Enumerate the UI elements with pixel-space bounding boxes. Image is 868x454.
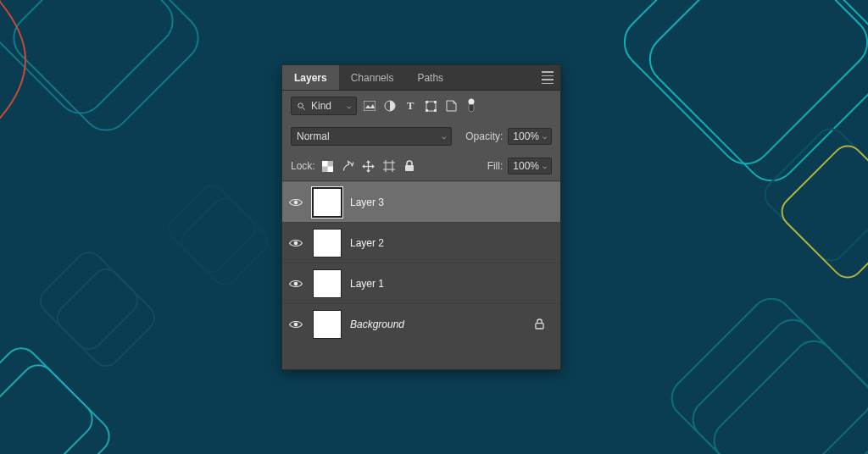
svg-rect-5 (176, 193, 272, 289)
svg-point-25 (469, 99, 475, 105)
layer-row[interactable]: Layer 1 (282, 263, 560, 303)
svg-rect-12 (664, 291, 868, 454)
tab-layers[interactable]: Layers (282, 65, 339, 90)
layer-row[interactable]: Layer 3 (282, 181, 560, 222)
svg-point-41 (294, 200, 298, 204)
tab-channels[interactable]: Channels (339, 65, 406, 90)
svg-line-16 (303, 107, 305, 109)
lock-transparency-icon[interactable] (320, 158, 336, 174)
tab-paths[interactable]: Paths (405, 65, 455, 90)
layer-name[interactable]: Background (350, 318, 526, 330)
fill-value: 100% (513, 160, 539, 172)
layers-list: Layer 3 Layer 2 Layer 1 Background (282, 181, 560, 369)
visibility-toggle[interactable] (289, 238, 304, 248)
svg-rect-0 (0, 0, 182, 123)
svg-point-15 (298, 102, 303, 108)
layer-row[interactable]: Layer 2 (282, 222, 560, 263)
chevron-down-icon: ⌵ (442, 132, 446, 141)
layer-controls: Kind ⌵ T (282, 91, 560, 181)
svg-point-44 (294, 322, 298, 326)
svg-rect-28 (328, 166, 334, 172)
lock-image-icon[interactable] (341, 158, 356, 174)
svg-rect-11 (776, 140, 868, 284)
svg-rect-17 (364, 101, 376, 111)
svg-rect-27 (322, 161, 328, 167)
svg-rect-3 (52, 263, 159, 371)
svg-rect-40 (405, 165, 414, 171)
filter-type-icon[interactable]: T (403, 98, 418, 114)
search-icon (297, 102, 306, 111)
filter-adjustment-icon[interactable] (382, 98, 398, 114)
chevron-down-icon: ⌵ (347, 102, 351, 110)
layer-thumbnail[interactable] (313, 229, 342, 257)
filter-shape-icon[interactable] (423, 98, 438, 114)
layer-thumbnail[interactable] (313, 188, 342, 217)
visibility-toggle[interactable] (289, 319, 304, 329)
svg-rect-9 (639, 0, 868, 191)
chevron-down-icon: ⌵ (542, 162, 547, 170)
layer-thumbnail[interactable] (313, 269, 342, 298)
svg-rect-23 (434, 109, 437, 112)
layer-name[interactable]: Layer 2 (350, 237, 554, 249)
opacity-label: Opacity: (465, 130, 503, 142)
filter-smartobject-icon[interactable] (443, 98, 459, 114)
svg-point-42 (294, 241, 298, 245)
svg-rect-4 (164, 180, 259, 276)
filter-kind-label: Kind (311, 100, 331, 112)
svg-rect-22 (426, 109, 428, 112)
svg-rect-1 (4, 0, 208, 140)
fill-label: Fill: (487, 160, 504, 172)
layers-panel: Layers Channels Paths Kind ⌵ T (281, 64, 561, 370)
filter-kind-dropdown[interactable]: Kind ⌵ (291, 97, 357, 115)
layer-name[interactable]: Layer 1 (350, 278, 554, 290)
layer-thumbnail[interactable] (313, 310, 342, 339)
svg-rect-14 (706, 333, 868, 454)
blend-mode-dropdown[interactable]: Normal ⌵ (291, 127, 452, 146)
svg-rect-13 (685, 312, 868, 454)
svg-rect-10 (759, 123, 868, 267)
lock-all-icon[interactable] (402, 158, 417, 174)
svg-rect-21 (434, 101, 437, 103)
svg-rect-20 (426, 101, 428, 103)
visibility-toggle[interactable] (289, 279, 304, 289)
layer-name[interactable]: Layer 3 (350, 197, 554, 208)
opacity-value: 100% (513, 130, 539, 142)
svg-rect-45 (536, 324, 543, 329)
layer-row[interactable]: Background (282, 303, 560, 344)
svg-rect-6 (0, 341, 99, 454)
opacity-value-input[interactable]: 100% ⌵ (508, 128, 552, 145)
svg-rect-2 (35, 246, 142, 354)
panel-tabbar: Layers Channels Paths (282, 65, 560, 91)
svg-rect-7 (0, 358, 116, 454)
lock-artboard-icon[interactable] (381, 158, 397, 174)
blend-mode-value: Normal (297, 130, 330, 142)
filter-pixel-icon[interactable] (362, 98, 377, 114)
visibility-toggle[interactable] (289, 197, 304, 208)
panel-menu-icon[interactable] (535, 65, 560, 90)
svg-rect-31 (386, 163, 392, 169)
filter-toggle-switch[interactable] (464, 98, 479, 114)
svg-rect-8 (614, 0, 868, 174)
fill-value-input[interactable]: 100% ⌵ (508, 158, 552, 174)
lock-position-icon[interactable] (361, 158, 376, 174)
svg-point-43 (294, 281, 298, 285)
lock-label: Lock: (291, 160, 315, 172)
chevron-down-icon: ⌵ (542, 132, 547, 141)
lock-icon (535, 318, 554, 329)
